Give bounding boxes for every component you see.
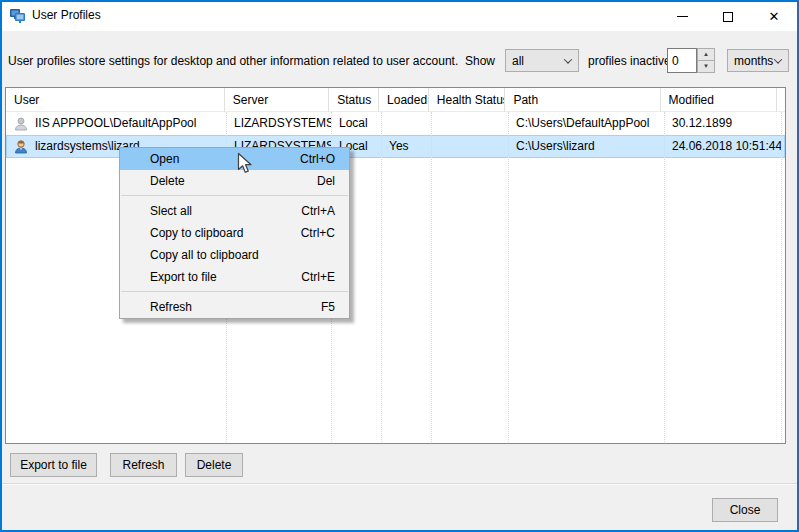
shortcut-label: Ctrl+E [301, 270, 335, 284]
period-dropdown-value: months [734, 54, 773, 68]
footer-divider-highlight [2, 484, 797, 485]
column-header-loaded[interactable]: Loaded [379, 88, 429, 112]
health-status-cell [431, 112, 508, 135]
loaded-cell [381, 112, 431, 135]
column-header-health-status[interactable]: Health Status [429, 88, 506, 112]
shortcut-label: Ctrl+A [301, 204, 335, 218]
menu-item-export-to-file[interactable]: Export to file Ctrl+E [120, 266, 349, 288]
menu-item-select-all[interactable]: Slect all Ctrl+A [120, 200, 349, 222]
inactive-value-input[interactable] [667, 48, 697, 73]
maximize-icon [723, 12, 733, 22]
maximize-button[interactable] [705, 2, 751, 31]
chevron-down-icon [564, 55, 572, 63]
menu-separator [121, 291, 348, 292]
menu-item-copy-to-clipboard[interactable]: Copy to clipboard Ctrl+C [120, 222, 349, 244]
shortcut-label: Del [317, 174, 335, 188]
table-row[interactable]: IIS APPPOOL\DefaultAppPool LIZARDSYSTEMS… [6, 112, 785, 135]
modified-cell: 30.12.1899 [664, 112, 781, 135]
path-cell: C:\Users\lizard [508, 135, 664, 158]
health-status-cell [431, 135, 508, 158]
grid-line [431, 112, 432, 442]
close-icon: ✕ [769, 10, 780, 23]
arrow-down-icon: ▼ [703, 64, 709, 69]
export-to-file-button[interactable]: Export to file [10, 453, 97, 477]
grid-line [381, 112, 382, 442]
description-text: User profiles store settings for desktop… [8, 54, 458, 68]
grid-line [781, 112, 782, 442]
show-dropdown[interactable]: all [505, 49, 579, 72]
close-dialog-button[interactable]: Close [712, 498, 778, 522]
shortcut-label: Ctrl+C [301, 226, 335, 240]
menu-item-open[interactable]: Open Ctrl+O [120, 148, 349, 170]
column-header-path[interactable]: Path [505, 88, 660, 112]
delete-button[interactable]: Delete [185, 453, 243, 477]
path-cell: C:\Users\DefaultAppPool [508, 112, 664, 135]
modified-cell: 24.06.2018 10:51:44 [664, 135, 781, 158]
title-bar: User Profiles ✕ [0, 0, 799, 31]
menu-item-delete[interactable]: Delete Del [120, 170, 349, 192]
server-cell: LIZARDSYSTEMS [226, 112, 331, 135]
shortcut-label: Ctrl+O [300, 152, 335, 166]
refresh-button[interactable]: Refresh [110, 453, 177, 477]
column-header-stub [777, 88, 785, 112]
menu-item-refresh[interactable]: Refresh F5 [120, 296, 349, 318]
profiles-inactive-label: profiles inactive [588, 54, 671, 68]
user-cell: IIS APPPOOL\DefaultAppPool [6, 112, 226, 135]
grid-line [508, 112, 509, 442]
show-label: Show [465, 54, 495, 68]
user-gray-icon [13, 116, 29, 132]
show-dropdown-value: all [512, 54, 524, 68]
period-dropdown[interactable]: months [727, 49, 789, 72]
user-color-icon [13, 139, 29, 155]
arrow-up-icon: ▲ [703, 52, 709, 57]
column-header-server[interactable]: Server [225, 88, 329, 112]
status-cell: Local [331, 112, 381, 135]
inactive-value-stepper: ▲ ▼ [697, 48, 715, 73]
minimize-icon [677, 16, 688, 17]
column-header-user[interactable]: User [6, 88, 225, 112]
context-menu: Open Ctrl+O Delete Del Slect all Ctrl+A … [119, 147, 350, 319]
stepper-down-button[interactable]: ▼ [697, 61, 715, 73]
chevron-down-icon [774, 55, 782, 63]
column-header-modified[interactable]: Modified [661, 88, 777, 112]
menu-separator [121, 195, 348, 196]
shortcut-label: F5 [321, 300, 335, 314]
menu-item-copy-all-to-clipboard[interactable]: Copy all to clipboard [120, 244, 349, 266]
loaded-cell: Yes [381, 135, 431, 158]
window-title: User Profiles [32, 0, 101, 30]
column-header-status[interactable]: Status [329, 88, 379, 112]
close-button[interactable]: ✕ [751, 2, 797, 31]
stepper-up-button[interactable]: ▲ [697, 48, 715, 61]
mouse-cursor-icon [237, 152, 253, 175]
grid-line [664, 112, 665, 442]
app-icon [9, 7, 26, 24]
minimize-button[interactable] [659, 2, 705, 31]
table-header: User Server Status Loaded Health Status … [6, 88, 785, 112]
